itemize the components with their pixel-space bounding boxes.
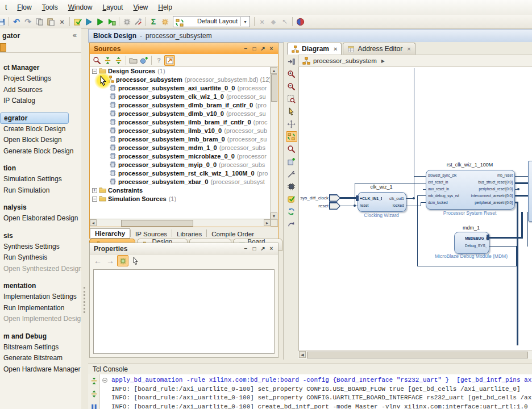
diagram-tab-address-editor[interactable]: Address Editor × [343, 43, 415, 55]
port-MBDEBUG_0[interactable]: MBDEBUG_0 [465, 235, 487, 242]
collapse-icon[interactable] [89, 376, 98, 385]
collapse-box-icon[interactable]: − [92, 69, 97, 74]
autoprop-icon[interactable] [117, 255, 128, 266]
port-interconnect_aresetn[interactable]: interconnect_aresetn[0:0] [453, 193, 513, 199]
flow-nav-item-bitstream-settings[interactable]: Bitstream Settings [0, 342, 81, 353]
flow-nav-item-open-elaborated-design[interactable]: Open Elaborated Design [0, 213, 81, 224]
cursor-icon[interactable] [130, 255, 141, 266]
collapse-box-icon[interactable]: − [92, 197, 97, 202]
tcl-console-output[interactable]: apply_bd_automation -rule xilinx.com:bd_… [100, 374, 532, 409]
sidebar-splitter[interactable] [84, 287, 85, 313]
vertical-scrollbar[interactable]: ▲ ▼ [270, 67, 278, 219]
diagram-tab-diagram[interactable]: Diagram × [287, 43, 342, 55]
tree-row[interactable]: processor_subsystem_axi_uartlite_0_0(pro… [90, 84, 278, 93]
undo-icon[interactable]: ↶ [11, 16, 22, 27]
command-marker-icon[interactable] [102, 378, 107, 383]
view-tab-hierarchy[interactable]: Hierarchy [90, 228, 130, 239]
flow-nav-section-mentation[interactable]: mentation [0, 280, 81, 291]
expand-icon[interactable] [89, 389, 98, 398]
block-rst_clk_wiz_1_100M[interactable]: slowest_sync_clkext_reset_inaux_reset_in… [426, 170, 515, 210]
menu-item-flow[interactable]: Flow [12, 1, 36, 14]
paste-icon[interactable] [45, 16, 56, 27]
view-tab-compile-order[interactable]: Compile Order [207, 229, 259, 239]
refresh-icon[interactable] [286, 206, 297, 217]
connect-icon[interactable] [286, 169, 297, 180]
back-icon[interactable]: ← [92, 255, 103, 266]
scrollto-icon[interactable] [164, 55, 175, 66]
redo-icon[interactable]: ↷ [22, 16, 34, 27]
block-partial[interactable] [528, 161, 532, 222]
horizontal-scrollbar[interactable]: ◄ ► [90, 219, 271, 227]
zoom-in-icon[interactable] [286, 69, 297, 80]
float-button[interactable]: ↗ [259, 45, 267, 53]
settings-gear-icon[interactable] [121, 16, 132, 27]
port-peripheral_reset[interactable]: peripheral_reset[0:0] [453, 186, 513, 193]
external-port-reset[interactable] [329, 202, 340, 210]
flow-nav-item-create-block-design[interactable]: Create Block Design [0, 124, 81, 135]
menu-item-help[interactable]: Help [153, 1, 177, 14]
flow-nav-item-generate-block-design[interactable]: Generate Block Design [0, 146, 81, 157]
menu-item-window[interactable]: Window [63, 1, 98, 14]
dim-diamond-icon[interactable]: ◆ [268, 16, 279, 27]
redo2-icon[interactable] [286, 219, 297, 229]
pause-icon[interactable] [89, 402, 98, 409]
search-icon[interactable] [92, 55, 102, 66]
tree-row[interactable]: processor_subsystem_xbar_0(processor_sub… [90, 178, 278, 186]
add-source-icon[interactable] [139, 55, 149, 66]
flow-nav-item-run-synthesis[interactable]: Run Synthesis [0, 252, 81, 264]
menu-item-tools[interactable]: Tools [37, 1, 63, 14]
flow-nav-item-synthesis-settings[interactable]: Synthesis Settings [0, 241, 81, 253]
tree-row[interactable]: processor_subsystem_myip_0_0(processor_s… [90, 161, 278, 169]
block-mdm_1[interactable]: MBDEBUG_0Debug_SYS_Rst [454, 232, 489, 254]
flow-nav-item-project-settings[interactable]: Project Settings [0, 73, 81, 85]
block-clk_wiz_1[interactable]: +CLK_IN1_Dresetclk_out1locked [358, 192, 406, 212]
search-icon[interactable] [286, 144, 297, 155]
tree-row[interactable]: processor_subsystem_ilmb_v10_0(processor… [90, 127, 278, 135]
tree-row[interactable]: processor_subsystem_ilmb_bram_if_cntlr_0… [90, 118, 278, 127]
view-tab-libraries[interactable]: Libraries [172, 229, 206, 239]
tree-row[interactable]: −Simulation Sources(1) [90, 195, 278, 203]
menu-item-t[interactable]: t [0, 1, 12, 14]
flow-nav-section-m-and-debug[interactable]: m and Debug [0, 331, 81, 342]
add-ip-icon[interactable] [286, 156, 297, 167]
flow-nav-item-generate-bitstream[interactable]: Generate Bitstream [0, 353, 81, 364]
dim-cross-icon[interactable]: × [256, 16, 268, 27]
flow-nav-item-run-simulation[interactable]: Run Simulation [0, 185, 81, 197]
close-button[interactable]: × [267, 245, 276, 253]
close-icon[interactable]: × [407, 45, 410, 52]
tree-row[interactable]: processor_subsystem_clk_wiz_1_0(processo… [90, 93, 278, 101]
flow-nav-section-tion[interactable]: tion [0, 162, 81, 174]
tree-row[interactable]: processor_subsystem_microblaze_0_0(proce… [90, 152, 278, 161]
forward-icon[interactable]: → [105, 255, 116, 266]
flow-nav-item-implementation-settings[interactable]: Implementation Settings [0, 291, 81, 303]
properties-panel-header[interactable]: Properties −□↗× [90, 243, 278, 254]
flow-nav-item-add-sources[interactable]: Add Sources [0, 85, 81, 96]
flow-nav-item-open-hardware-manager[interactable]: Open Hardware Manager [0, 364, 81, 375]
maximize-button[interactable]: □ [250, 245, 259, 253]
help-icon[interactable]: ? [153, 55, 164, 66]
dock-icon[interactable] [286, 56, 297, 67]
tcl-console-header[interactable]: Tcl Console [88, 364, 532, 375]
diagram-breadcrumb[interactable]: processor_subsystem ▶ [298, 55, 532, 67]
tree-row[interactable]: processor_subsystem_dlmb_bram_if_cntlr_0… [90, 101, 278, 110]
tools-icon[interactable] [132, 16, 144, 27]
run-icon[interactable] [94, 16, 106, 27]
collapse-sidebar-button[interactable]: « [73, 31, 77, 39]
zoom-out-icon[interactable] [286, 81, 297, 92]
delete-icon[interactable]: × [56, 16, 68, 27]
chevron-down-icon[interactable]: ▼ [240, 17, 250, 26]
dim-cursor-icon[interactable]: ↖ [279, 16, 290, 27]
flow-nav-section-sis[interactable]: sis [0, 230, 81, 241]
tree-row[interactable]: −processor_subsystem(processor_subsystem… [90, 76, 278, 84]
expand-box-icon[interactable]: + [92, 188, 97, 193]
sources-panel-header[interactable]: Sources −□↗× [90, 43, 278, 54]
bitstream-icon[interactable] [159, 16, 171, 27]
open-folder-icon[interactable] [128, 55, 139, 66]
flow-nav-section-nalysis[interactable]: nalysis [0, 202, 81, 213]
select-icon[interactable] [286, 106, 297, 117]
elaborate-icon[interactable] [83, 16, 94, 27]
flow-nav-section-ct-manager[interactable]: ct Manager [0, 62, 81, 73]
port-bus_struct_reset[interactable]: bus_struct_reset[0:0] [453, 179, 513, 186]
port-clk_out1[interactable]: clk_out1 [372, 195, 404, 202]
view-tab-ip-sources[interactable]: IP Sources [131, 229, 172, 239]
